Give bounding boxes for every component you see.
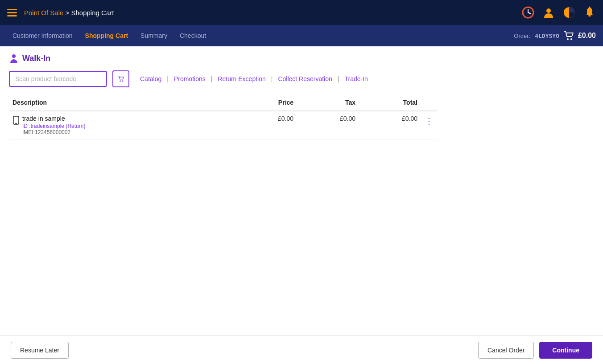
order-label: Order:: [514, 33, 530, 39]
user-icon[interactable]: [542, 6, 555, 19]
col-header-total: Total: [359, 94, 421, 111]
item-id-suffix: (Return): [66, 123, 85, 129]
walk-in-label: Walk-In: [22, 54, 50, 63]
top-navbar: Point Of Sale > Shopping Cart: [0, 0, 603, 25]
item-id: ID :tradeinsample (Return): [22, 123, 85, 129]
main-content: Walk-In Catalog | Promotions | Return Ex…: [0, 46, 603, 147]
item-price: £0.00: [235, 111, 297, 139]
svg-point-11: [122, 81, 123, 82]
top-nav-left: Point Of Sale > Shopping Cart: [7, 9, 114, 16]
order-id: 4LDYSYO: [535, 33, 559, 39]
cart-total-amount: £0.00: [578, 32, 596, 40]
tab-checkout[interactable]: Checkout: [174, 29, 211, 42]
top-nav-right: [522, 6, 596, 19]
item-total: £0.00: [359, 111, 421, 139]
sub-nav-tabs: Customer Information Shopping Cart Summa…: [7, 29, 211, 42]
pie-chart-icon[interactable]: [563, 6, 575, 19]
col-header-price: Price: [235, 94, 297, 111]
clock-icon[interactable]: [522, 6, 534, 19]
tab-summary[interactable]: Summary: [135, 29, 173, 42]
catalog-link[interactable]: Catalog: [135, 75, 167, 82]
item-description-cell: trade in sample ID :tradeinsample (Retur…: [9, 111, 235, 139]
breadcrumb-start[interactable]: Point Of Sale: [24, 9, 63, 16]
item-id-label: ID :: [22, 123, 31, 129]
col-header-actions: [421, 94, 437, 111]
action-links: Catalog | Promotions | Return Exception …: [135, 75, 373, 82]
item-phone-icon: [12, 116, 20, 127]
cart-add-icon: [118, 75, 124, 83]
svg-point-7: [567, 38, 569, 40]
collect-reservation-link[interactable]: Collect Reservation: [273, 75, 337, 82]
trade-in-link[interactable]: Trade-In: [339, 75, 373, 82]
item-name-row: trade in sample ID :tradeinsample (Retur…: [12, 115, 231, 135]
breadcrumb-current: Shopping Cart: [71, 9, 114, 16]
svg-rect-12: [13, 116, 19, 124]
cart-total-area: £0.00: [564, 31, 596, 41]
tab-customer-information[interactable]: Customer Information: [7, 29, 78, 42]
promotions-link[interactable]: Promotions: [169, 75, 211, 82]
return-exception-link[interactable]: Return Exception: [212, 75, 271, 82]
walk-in-header: Walk-In: [9, 53, 594, 63]
breadcrumb: Point Of Sale > Shopping Cart: [24, 9, 114, 16]
item-name: trade in sample: [22, 115, 85, 122]
item-tax: £0.00: [297, 111, 359, 139]
svg-line-2: [528, 12, 531, 14]
item-id-value: tradeinsample: [31, 123, 64, 129]
item-actions-cell: ⋮: [421, 111, 437, 139]
svg-point-6: [589, 7, 591, 8]
walk-in-icon: [9, 53, 19, 63]
hamburger-menu[interactable]: [7, 9, 17, 16]
cart-icon[interactable]: [564, 31, 574, 41]
svg-point-10: [120, 81, 121, 82]
col-header-description: Description: [9, 94, 235, 111]
sub-nav-right: Order: 4LDYSYO £0.00: [514, 31, 596, 41]
breadcrumb-sep: >: [66, 9, 71, 16]
add-to-cart-button[interactable]: [112, 70, 129, 87]
svg-point-9: [12, 54, 16, 58]
tab-shopping-cart[interactable]: Shopping Cart: [80, 29, 133, 42]
cart-table: Description Price Tax Total: [9, 94, 437, 139]
svg-point-3: [546, 8, 551, 13]
bell-icon[interactable]: [583, 6, 596, 19]
table-row: trade in sample ID :tradeinsample (Retur…: [9, 111, 437, 139]
barcode-row: Catalog | Promotions | Return Exception …: [9, 70, 594, 87]
item-imei: IMEI:123456000002: [22, 129, 85, 135]
item-info: trade in sample ID :tradeinsample (Retur…: [22, 115, 85, 135]
item-more-options[interactable]: ⋮: [425, 115, 434, 127]
svg-point-8: [570, 38, 572, 40]
barcode-input[interactable]: [9, 71, 107, 87]
col-header-tax: Tax: [297, 94, 359, 111]
sub-navbar: Customer Information Shopping Cart Summa…: [0, 25, 603, 46]
svg-rect-5: [588, 15, 591, 16]
